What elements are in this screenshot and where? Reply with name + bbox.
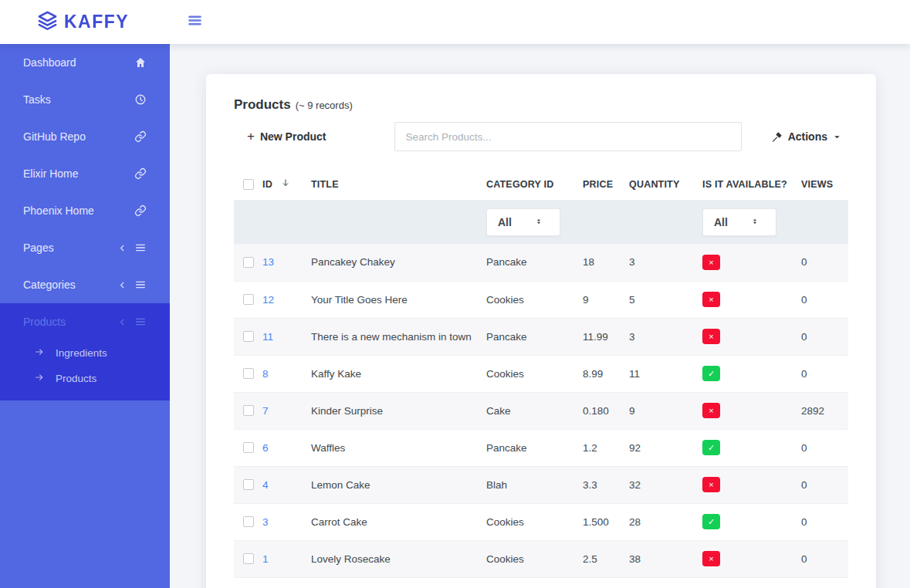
row-category-cell: Pancake (486, 244, 583, 281)
row-checkbox[interactable] (243, 257, 254, 268)
row-price-cell: 0.180 (583, 392, 629, 429)
row-checkbox[interactable] (243, 516, 254, 527)
row-available-cell: ✓ (702, 429, 801, 466)
table-row: 6WafflesPancake1.292✓0 (234, 429, 848, 466)
row-checkbox[interactable] (243, 368, 254, 379)
row-checkbox-cell (234, 503, 262, 540)
sidebar-toggle-button[interactable] (188, 15, 203, 30)
row-id-link[interactable]: 11 (262, 331, 273, 343)
row-id-link[interactable]: 12 (262, 294, 274, 306)
row-id-cell: 4 (262, 466, 311, 503)
clock-icon (134, 93, 147, 106)
row-checkbox[interactable] (243, 479, 254, 490)
row-price-cell: 2.5 (583, 540, 629, 577)
filter-row: All All (234, 200, 848, 244)
row-quantity-cell: 11 (629, 355, 702, 392)
row-quantity-cell: 3 (629, 318, 702, 355)
sidebar-item-github-repo[interactable]: GitHub Repo (0, 118, 170, 155)
row-id-cell: 7 (262, 392, 311, 429)
sort-by-id-control[interactable]: ID (262, 178, 311, 190)
sidebar-item-elixir-home[interactable]: Elixir Home (0, 155, 170, 192)
updown-arrows-icon (750, 216, 776, 228)
row-views-cell: 0 (801, 318, 848, 355)
sidebar-subitem-ingredients[interactable]: Ingredients (0, 340, 170, 366)
sidebar-item-tasks[interactable]: Tasks (0, 81, 170, 118)
row-price-cell: 1.2 (583, 429, 629, 466)
header-price: PRICE (583, 170, 629, 200)
row-id-link[interactable]: 7 (262, 405, 269, 417)
actions-dropdown-button[interactable]: Actions (771, 130, 841, 143)
row-views-cell: 0 (801, 429, 848, 466)
row-category-cell: Cake (486, 392, 583, 429)
row-title-cell: Lemon Cake (311, 466, 486, 503)
page-title-text: Products (234, 97, 291, 112)
sidebar: DashboardTasksGitHub RepoElixir HomePhoe… (0, 44, 170, 588)
row-id-link[interactable]: 6 (262, 442, 269, 454)
row-id-link[interactable]: 3 (262, 516, 269, 528)
row-checkbox-cell (234, 244, 262, 281)
row-available-cell: × (702, 318, 801, 355)
arrow-right-icon (34, 346, 45, 360)
available-no-badge: × (702, 551, 720, 566)
sidebar-item-icons (117, 316, 147, 328)
available-filter-select[interactable]: All (702, 208, 776, 236)
row-checkbox-cell (234, 540, 262, 577)
row-id-link[interactable]: 1 (262, 553, 269, 565)
sidebar-item-products[interactable]: Products (0, 303, 170, 340)
row-views-cell: 0 (801, 466, 848, 503)
row-price-cell: 18 (583, 244, 629, 281)
sidebar-item-icons (134, 130, 147, 143)
row-available-cell: × (702, 244, 801, 281)
row-id-link[interactable]: 8 (262, 368, 269, 380)
sidebar-item-dashboard[interactable]: Dashboard (0, 44, 170, 81)
row-title-cell: Kinder Surprise (311, 392, 486, 429)
sidebar-group-elixir-home: Elixir Home (0, 155, 170, 192)
row-title-cell: Waffles (311, 429, 486, 466)
row-views-cell: 0 (801, 244, 848, 281)
row-checkbox-cell (234, 466, 262, 503)
sidebar-item-icons (134, 56, 147, 69)
row-id-link[interactable]: 4 (262, 479, 269, 491)
row-quantity-cell: 92 (629, 429, 702, 466)
new-product-button[interactable]: + New Product (247, 129, 326, 144)
row-checkbox-cell (234, 392, 262, 429)
row-checkbox[interactable] (243, 553, 254, 564)
top-navbar: KAFFY (0, 0, 910, 44)
select-all-checkbox[interactable] (243, 179, 254, 190)
sidebar-item-label: Tasks (23, 93, 51, 106)
row-checkbox[interactable] (243, 442, 254, 453)
sidebar-item-icons (117, 279, 147, 291)
row-views-cell: 0 (801, 503, 848, 540)
available-yes-badge: ✓ (702, 514, 720, 529)
layers-icon (37, 10, 58, 34)
row-checkbox[interactable] (243, 331, 254, 342)
row-checkbox[interactable] (243, 294, 254, 305)
search-input[interactable] (394, 122, 742, 151)
category-filter-select[interactable]: All (486, 208, 560, 236)
sidebar-item-label: Elixir Home (23, 167, 79, 180)
header-available: IS IT AVAILABLE? (702, 170, 801, 200)
brand-text: KAFFY (64, 12, 129, 32)
sidebar-group-tasks: Tasks (0, 81, 170, 118)
row-id-link[interactable]: 13 (262, 256, 274, 268)
caret-down-icon (833, 133, 841, 141)
menu-icon (134, 242, 147, 254)
sidebar-item-icons (117, 242, 147, 254)
sidebar-item-categories[interactable]: Categories (0, 266, 170, 303)
row-id-cell: 13 (262, 244, 311, 281)
kaffy-logo[interactable]: KAFFY (37, 10, 129, 34)
row-checkbox[interactable] (243, 405, 254, 416)
hamburger-icon (188, 13, 202, 31)
table-row: 12Your Title Goes HereCookies95×0 (234, 281, 848, 318)
row-views-cell: 0 (801, 281, 848, 318)
row-id-cell: 6 (262, 429, 311, 466)
hammer-icon (771, 131, 783, 143)
sidebar-subitem-label: Ingredients (56, 347, 107, 359)
sidebar-item-phoenix-home[interactable]: Phoenix Home (0, 192, 170, 229)
available-filter-value: All (714, 216, 739, 228)
sidebar-subitem-products[interactable]: Products (0, 366, 170, 391)
sidebar-item-pages[interactable]: Pages (0, 229, 170, 266)
row-price-cell: 9 (583, 281, 629, 318)
row-id-cell: 8 (262, 355, 311, 392)
category-filter-value: All (498, 216, 523, 228)
